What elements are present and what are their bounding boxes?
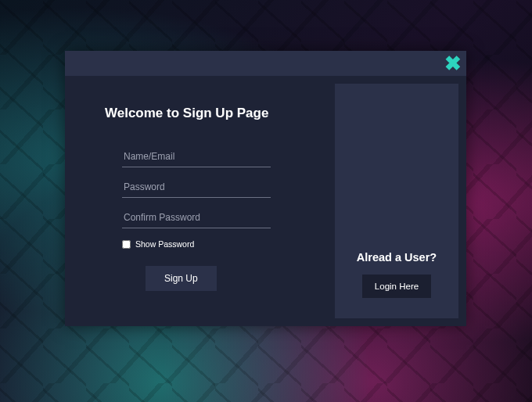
name-email-input[interactable] (122, 142, 271, 167)
show-password-checkbox[interactable] (122, 240, 131, 249)
confirm-password-field-wrapper (108, 203, 319, 228)
signup-title: Welcome to Sign Up Page (105, 106, 319, 121)
login-here-button[interactable]: Login Here (362, 275, 431, 298)
show-password-row: Show Password (108, 239, 319, 249)
name-field-wrapper (108, 142, 319, 167)
signup-panel: Welcome to Sign Up Page Show Password Si… (65, 84, 335, 318)
password-field-wrapper (108, 172, 319, 198)
confirm-password-input[interactable] (122, 203, 271, 228)
login-panel: Alread a User? Login Here (335, 84, 458, 318)
show-password-label[interactable]: Show Password (135, 239, 194, 249)
signup-button[interactable]: Sign Up (146, 266, 217, 291)
signup-modal: ✖ Welcome to Sign Up Page Show Password … (65, 51, 466, 326)
password-input[interactable] (122, 172, 271, 198)
modal-body: Welcome to Sign Up Page Show Password Si… (65, 76, 466, 326)
already-user-heading: Alread a User? (357, 251, 437, 264)
modal-header: ✖ (65, 51, 466, 76)
close-icon[interactable]: ✖ (444, 53, 462, 74)
